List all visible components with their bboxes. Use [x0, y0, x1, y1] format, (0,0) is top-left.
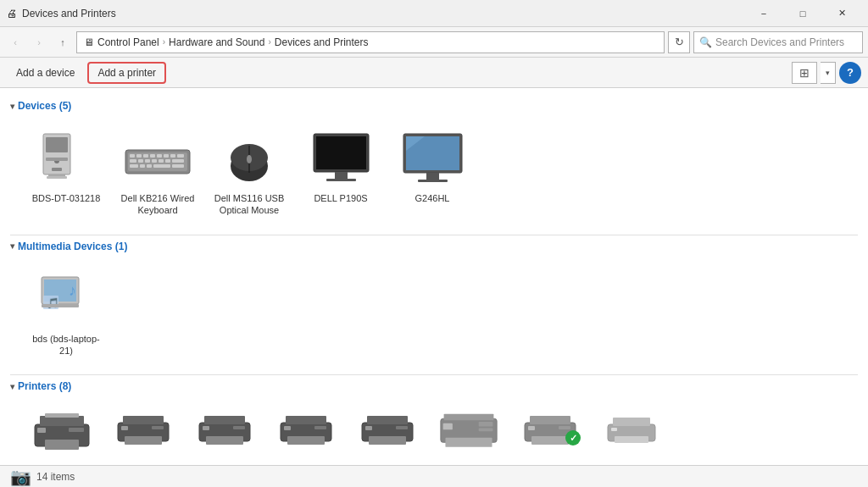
device-item-monitor-old[interactable]: DELL P190S — [298, 122, 383, 224]
svg-rect-84 — [559, 426, 570, 429]
device-item-mouse[interactable]: Dell MS116 USB Optical Mouse — [207, 122, 292, 224]
devices-section-label: Devices (5) — [18, 100, 71, 112]
svg-rect-61 — [206, 436, 243, 445]
svg-rect-72 — [365, 426, 372, 430]
svg-rect-26 — [147, 164, 152, 168]
up-button[interactable]: ↑ — [53, 32, 73, 53]
svg-rect-76 — [445, 438, 492, 447]
monitor-new-icon — [398, 130, 466, 189]
title-bar-text: Devices and Printers — [22, 8, 744, 19]
multimedia-grid: 🎵 ♪ bds (bds-laptop-21) — [10, 256, 858, 375]
svg-point-32 — [247, 155, 252, 163]
svg-rect-17 — [130, 159, 136, 163]
close-button[interactable]: ✕ — [822, 0, 861, 27]
printers-chevron: ▾ — [10, 382, 14, 391]
svg-rect-53 — [45, 413, 79, 418]
devices-chevron: ▾ — [10, 102, 14, 111]
svg-rect-73 — [396, 426, 408, 429]
printer-icon-4 — [276, 408, 336, 459]
main-content: ▾ Devices (5) BDS-DT-031218 — [0, 88, 868, 465]
add-device-button[interactable]: Add a device — [7, 62, 84, 84]
multimedia-icon: 🎵 ♪ — [32, 270, 100, 329]
status-icon: 📷 — [10, 467, 31, 487]
svg-rect-62 — [203, 426, 209, 430]
device-item-keyboard[interactable]: Dell KB216 Wired Keyboard — [115, 122, 200, 224]
device-label-monitor-new: G246HL — [415, 192, 450, 204]
svg-rect-10 — [136, 154, 142, 158]
printer-item-6[interactable] — [431, 402, 507, 465]
view-button[interactable]: ⊞ — [792, 62, 817, 84]
device-label-mouse: Dell MS116 USB Optical Mouse — [211, 192, 287, 217]
forward-button[interactable]: › — [29, 32, 49, 53]
svg-rect-15 — [170, 154, 175, 158]
svg-rect-70 — [367, 416, 408, 424]
svg-rect-28 — [172, 164, 184, 168]
svg-rect-40 — [426, 173, 439, 180]
svg-rect-20 — [152, 159, 157, 163]
svg-rect-65 — [286, 416, 326, 424]
svg-rect-82 — [531, 436, 569, 445]
multimedia-section-header[interactable]: ▾ Multimedia Devices (1) — [10, 235, 858, 256]
devices-grid: BDS-DT-031218 — [10, 115, 858, 235]
address-path[interactable]: 🖥 Control Panel › Hardware and Sound › D… — [76, 31, 665, 53]
printer-item-3[interactable] — [186, 402, 263, 465]
printer-icon-8 — [602, 408, 661, 459]
computer-icon — [32, 130, 100, 189]
keyboard-icon — [124, 130, 192, 189]
device-item-monitor-new[interactable]: G246HL — [390, 122, 475, 224]
printer-item-7[interactable]: ✓ — [512, 402, 588, 465]
devices-section-header[interactable]: ▾ Devices (5) — [10, 95, 858, 115]
printers-section-label: Printers (8) — [18, 380, 71, 392]
device-item-multimedia[interactable]: 🎵 ♪ bds (bds-laptop-21) — [24, 263, 108, 365]
search-placeholder: Search Devices and Printers — [715, 36, 844, 48]
svg-rect-25 — [140, 164, 145, 168]
printer-icon-1 — [32, 408, 92, 459]
svg-rect-58 — [152, 426, 164, 429]
printer-item-5[interactable] — [349, 402, 426, 465]
minimize-button[interactable]: − — [744, 0, 783, 27]
refresh-button[interactable]: ↻ — [668, 31, 690, 53]
printer-icon-2 — [114, 408, 173, 459]
printers-grid: ✓ — [10, 396, 858, 465]
printers-section-header[interactable]: ▾ Printers (8) — [10, 374, 858, 396]
printer-icon-6 — [439, 408, 498, 459]
device-label-multimedia: bds (bds-laptop-21) — [28, 333, 104, 357]
svg-rect-46 — [42, 304, 79, 307]
back-button[interactable]: ‹ — [5, 32, 25, 53]
svg-rect-14 — [164, 154, 169, 158]
svg-rect-78 — [479, 422, 493, 427]
printer-item-2[interactable] — [105, 402, 181, 465]
maximize-button[interactable]: □ — [783, 0, 822, 27]
title-bar: 🖨 Devices and Printers − □ ✕ — [0, 0, 868, 27]
svg-text:♪: ♪ — [69, 282, 76, 299]
device-item-computer[interactable]: BDS-DT-031218 — [24, 122, 108, 224]
svg-rect-41 — [418, 180, 448, 182]
printer-item-8[interactable] — [593, 402, 670, 465]
help-button[interactable]: ? — [839, 62, 861, 84]
svg-rect-11 — [143, 154, 148, 158]
svg-rect-12 — [150, 154, 155, 158]
svg-rect-68 — [314, 426, 326, 429]
printer-icon-5 — [358, 408, 417, 459]
printer-item-1[interactable] — [24, 402, 100, 465]
svg-rect-4 — [48, 174, 65, 176]
svg-rect-52 — [69, 428, 84, 432]
path-part-1: Control Panel — [97, 36, 159, 48]
path-icon: 🖥 — [84, 36, 94, 48]
view-dropdown[interactable]: ▾ — [821, 62, 836, 84]
svg-rect-66 — [287, 436, 325, 445]
svg-rect-24 — [130, 164, 138, 168]
add-printer-button[interactable]: Add a printer — [87, 62, 166, 84]
svg-rect-19 — [145, 159, 150, 163]
svg-rect-6 — [46, 158, 68, 161]
svg-rect-18 — [138, 159, 143, 163]
window-controls: − □ ✕ — [744, 0, 861, 27]
status-bar: 📷 14 items — [0, 465, 868, 487]
search-box[interactable]: 🔍 Search Devices and Printers — [693, 31, 863, 53]
printer-item-4[interactable] — [268, 402, 344, 465]
svg-rect-56 — [125, 436, 162, 445]
multimedia-section-label: Multimedia Devices (1) — [18, 241, 127, 252]
svg-rect-63 — [233, 426, 245, 429]
svg-rect-87 — [615, 436, 648, 443]
svg-rect-9 — [130, 154, 135, 158]
